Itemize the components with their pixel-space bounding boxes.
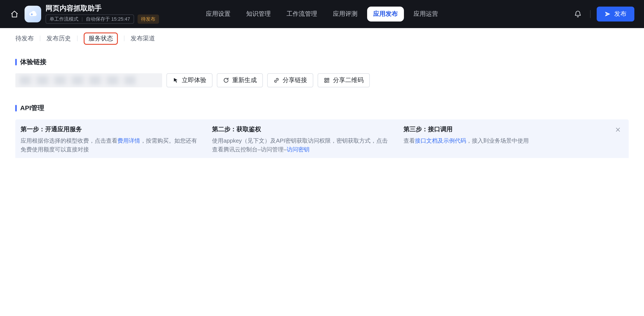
top-header: 网页内容抓取助手 单工作流模式 自动保存于 15:25:47 待发布 应用设置 … [0,0,644,28]
status-badge: 待发布 [138,15,159,24]
section-title-bar [15,59,17,65]
mode-badge: 单工作流模式 [50,16,78,22]
main-content: 体验链接 立即体验 重新生成 [0,58,644,158]
pill-divider [82,17,82,21]
api-step-1-body: 应用根据你选择的模型收费，点击查看费用详情，按需购买。如您还有免费使用额度可以直… [20,136,197,154]
page: 网页内容抓取助手 单工作流模式 自动保存于 15:25:47 待发布 应用设置 … [0,0,644,158]
tab-divider [124,36,124,41]
nav-item-app-settings[interactable]: 应用设置 [200,7,236,22]
access-key-link[interactable]: 访问密钥 [287,146,310,153]
api-section-title: API管理 [15,104,629,112]
api-step-1-title: 第一步：开通应用服务 [20,125,197,133]
publish-button[interactable]: 发布 [597,7,634,22]
refresh-icon [223,77,229,83]
tab-pending-publish[interactable]: 待发布 [15,35,34,42]
app-meta: 网页内容抓取助手 单工作流模式 自动保存于 15:25:47 待发布 [46,5,159,24]
api-step-3: 第三步：接口调用 查看接口文档及示例代码，接入到业务场景中使用 [404,125,610,154]
link-icon [273,77,280,83]
pricing-details-link[interactable]: 费用详情 [118,137,140,144]
tab-divider [40,36,40,41]
nav-item-publish[interactable]: 应用发布 [367,7,404,22]
tab-divider [77,36,78,41]
autosave-text: 自动保存于 15:25:47 [86,16,130,22]
try-now-button[interactable]: 立即体验 [166,73,212,87]
send-icon [604,11,611,17]
header-right: 发布 [572,7,634,22]
share-link-button[interactable]: 分享链接 [267,73,313,87]
publish-button-label: 发布 [614,10,626,18]
app-logo [24,6,41,22]
share-qrcode-label: 分享二维码 [333,76,364,84]
api-section: API管理 第一步：开通应用服务 应用根据你选择的模型收费，点击查看费用详情，按… [15,104,629,158]
app-subrow: 单工作流模式 自动保存于 15:25:47 待发布 [46,15,159,24]
api-step-3-body: 查看接口文档及示例代码，接入到业务场景中使用 [404,136,594,145]
tabs-row: 待发布 发布历史 服务状态 发布渠道 [0,28,644,49]
api-step-2-title: 第二步：获取鉴权 [212,125,388,133]
experience-section-title: 体验链接 [15,58,629,66]
mode-pill: 单工作流模式 自动保存于 15:25:47 [46,15,134,24]
regenerate-button[interactable]: 重新生成 [217,73,263,87]
api-step-1: 第一步：开通应用服务 应用根据你选择的模型收费，点击查看费用详情，按需购买。如您… [20,125,212,154]
api-docs-link[interactable]: 接口文档及示例代码 [415,137,466,144]
share-qrcode-button[interactable]: 分享二维码 [318,73,370,87]
api-step-2: 第二步：获取鉴权 使用appkey（见下文）及API密钥获取访问权限，密钥获取方… [212,125,404,154]
nav-item-knowledge[interactable]: 知识管理 [240,7,277,22]
annotation-highlight-box: 服务状态 [84,32,118,45]
banner-close-button[interactable] [615,127,621,132]
api-step-3-text-after: ，接入到业务场景中使用 [466,137,529,144]
experience-title-text: 体验链接 [20,58,46,66]
regenerate-label: 重新生成 [232,76,257,84]
tab-service-status[interactable]: 服务状态 [88,35,113,42]
tab-publish-channels[interactable]: 发布渠道 [130,35,155,42]
qrcode-icon [324,77,330,83]
cloud-swirl-icon [28,9,38,19]
home-button[interactable] [8,8,21,21]
top-nav: 应用设置 知识管理 工作流管理 应用评测 应用发布 应用运营 [200,7,444,22]
api-step-2-body: 使用appkey（见下文）及API密钥获取访问权限，密钥获取方式，点击查看腾讯云… [212,136,388,154]
experience-link-redacted [15,73,162,87]
nav-item-workflow[interactable]: 工作流管理 [280,7,323,22]
experience-row: 立即体验 重新生成 分享链接 [15,73,629,87]
api-title-text: API管理 [20,104,44,112]
cursor-click-icon [172,77,179,83]
header-left: 网页内容抓取助手 单工作流模式 自动保存于 15:25:47 待发布 [8,5,159,24]
nav-item-evaluation[interactable]: 应用评测 [327,7,364,22]
try-now-label: 立即体验 [182,76,206,84]
home-icon [10,10,18,18]
section-title-bar [15,105,17,111]
tab-publish-history[interactable]: 发布历史 [46,35,71,42]
api-steps-banner: 第一步：开通应用服务 应用根据你选择的模型收费，点击查看费用详情，按需购买。如您… [15,119,629,158]
app-title: 网页内容抓取助手 [46,5,159,12]
nav-item-operations[interactable]: 应用运营 [408,7,444,22]
share-link-label: 分享链接 [282,76,307,84]
api-step-3-title: 第三步：接口调用 [404,125,594,133]
notification-button[interactable] [572,8,584,20]
api-step-3-text: 查看 [404,137,415,144]
bell-icon [574,10,582,18]
experience-section: 体验链接 立即体验 重新生成 [15,58,629,87]
api-step-1-text: 应用根据你选择的模型收费，点击查看 [20,137,118,144]
header-divider [590,10,590,18]
close-icon [615,126,621,134]
